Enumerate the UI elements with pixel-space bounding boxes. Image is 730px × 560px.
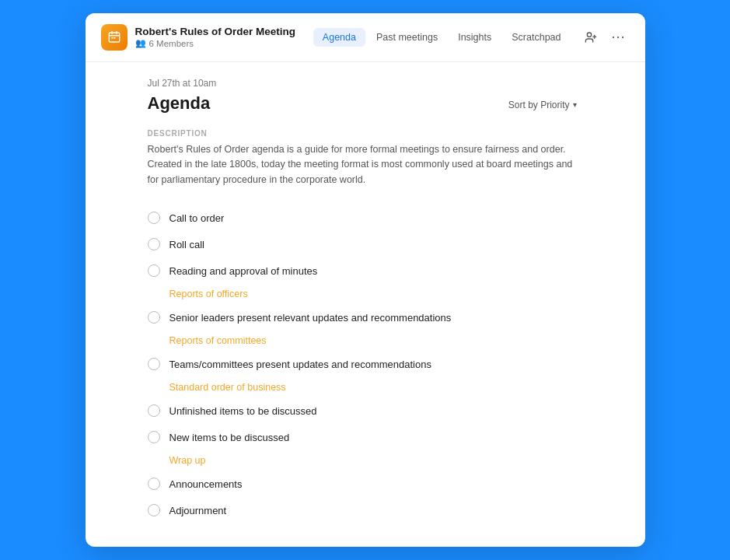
item-text-11: Announcements — [169, 478, 243, 490]
main-content: Jul 27th at 10am Agenda Sort by Priority… — [86, 62, 645, 547]
agenda-item-12: Adjournment — [148, 497, 583, 523]
checkbox-9[interactable] — [148, 431, 160, 443]
section-label-10[interactable]: Wrap up — [148, 450, 583, 471]
checkbox-8[interactable] — [148, 404, 160, 417]
checkbox-2[interactable] — [148, 264, 160, 277]
item-text-1: Roll call — [169, 239, 205, 250]
svg-rect-5 — [114, 37, 115, 39]
agenda-list: Call to orderRoll callReading and approv… — [148, 205, 583, 523]
item-text-4: Senior leaders present relevant updates … — [169, 312, 452, 324]
description-heading: DESCRIPTION — [148, 129, 583, 138]
item-text-9: New items to be discussed — [169, 432, 290, 443]
section-label-3[interactable]: Reports of officers — [148, 284, 583, 304]
agenda-item-2: Reading and approval of minutes — [148, 257, 583, 284]
item-text-8: Unfinished items to be discussed — [169, 405, 317, 417]
checkbox-1[interactable] — [148, 238, 160, 250]
app-icon — [101, 24, 127, 51]
item-text-2: Reading and approval of minutes — [169, 265, 318, 277]
agenda-item-6: Teams/committees present updates and rec… — [148, 351, 583, 377]
svg-rect-4 — [111, 37, 113, 39]
agenda-item-11: Announcements — [148, 471, 583, 497]
page-title: Agenda — [148, 93, 211, 114]
checkbox-11[interactable] — [148, 478, 160, 490]
checkbox-12[interactable] — [148, 504, 160, 516]
section-label-7[interactable]: Standard order of business — [148, 377, 583, 397]
members-count: 6 Members — [149, 39, 194, 48]
sort-label: Sort by Priority — [508, 100, 570, 110]
app-header: Robert's Rules of Order Meeting 👥 6 Memb… — [86, 13, 645, 62]
app-window: Robert's Rules of Order Meeting 👥 6 Memb… — [86, 13, 645, 547]
tab-agenda[interactable]: Agenda — [313, 28, 365, 47]
meeting-title: Robert's Rules of Order Meeting — [135, 26, 313, 37]
checkbox-6[interactable] — [148, 358, 160, 370]
meeting-members: 👥 6 Members — [135, 38, 313, 48]
description-text: Robert's Rules of Order agenda is a guid… — [148, 142, 583, 187]
sort-chevron-icon: ▾ — [573, 100, 577, 109]
sort-button[interactable]: Sort by Priority ▾ — [502, 96, 583, 114]
tab-scratchpad[interactable]: Scratchpad — [502, 28, 570, 47]
agenda-item-8: Unfinished items to be discussed — [148, 397, 583, 424]
members-icon: 👥 — [135, 38, 146, 48]
item-text-0: Call to order — [169, 212, 225, 224]
date-label: Jul 27th at 10am — [148, 78, 583, 89]
agenda-item-1: Roll call — [148, 231, 583, 257]
checkbox-4[interactable] — [148, 311, 160, 324]
nav-tabs: AgendaPast meetingsInsightsScratchpad — [313, 28, 571, 47]
agenda-item-0: Call to order — [148, 205, 583, 231]
meeting-info: Robert's Rules of Order Meeting 👥 6 Memb… — [135, 26, 313, 48]
add-member-button[interactable] — [580, 26, 602, 48]
more-options-button[interactable]: ··· — [608, 26, 630, 48]
checkbox-0[interactable] — [148, 212, 160, 224]
tab-past-meetings[interactable]: Past meetings — [367, 28, 447, 47]
tab-insights[interactable]: Insights — [449, 28, 501, 47]
item-text-6: Teams/committees present updates and rec… — [169, 359, 431, 370]
svg-point-6 — [587, 33, 591, 37]
agenda-item-9: New items to be discussed — [148, 424, 583, 450]
item-text-12: Adjournment — [169, 505, 227, 516]
header-actions: ··· — [580, 26, 630, 48]
section-label-5[interactable]: Reports of committees — [148, 331, 583, 351]
agenda-item-4: Senior leaders present relevant updates … — [148, 304, 583, 331]
calendar-icon — [107, 30, 121, 44]
